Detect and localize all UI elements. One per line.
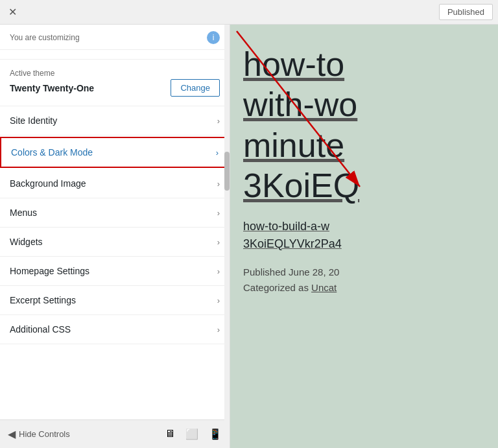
bottom-bar: ◀ Hide Controls 🖥 ⬜ 📱: [0, 419, 230, 448]
sub-text-line2: 3KoiEQLYVkr2Pa4: [243, 235, 485, 253]
nav-item-colors-dark-mode[interactable]: Colors & Dark Mode ›: [0, 137, 230, 168]
chevron-right-icon: ›: [217, 237, 220, 247]
preview-meta: Published June 28, 20 Categorized as Unc…: [243, 265, 485, 296]
nav-item-menus[interactable]: Menus ›: [0, 198, 230, 228]
desktop-icon[interactable]: 🖥: [165, 428, 175, 440]
nav-item-label: Menus: [10, 207, 37, 218]
nav-item-additional-css[interactable]: Additional CSS ›: [0, 315, 230, 344]
right-panel: how-to with-wo minute 3KoiEQ how-to-buil…: [230, 25, 498, 448]
close-button[interactable]: ✕: [0, 0, 25, 25]
left-panel: You are customizing i Active theme Twent…: [0, 25, 230, 448]
meta-uncat: Uncat: [311, 282, 337, 293]
chevron-right-icon: ›: [217, 296, 220, 305]
scrollbar-thumb: [224, 152, 230, 191]
change-theme-button[interactable]: Change: [171, 79, 220, 97]
hide-controls-item[interactable]: ◀ Hide Controls: [8, 428, 70, 440]
nav-item-site-identity[interactable]: Site Identity ›: [0, 106, 230, 136]
customizing-header: You are customizing i: [0, 25, 230, 50]
chevron-right-icon: ›: [217, 116, 220, 126]
hide-controls-label: Hide Controls: [19, 429, 70, 439]
heading-line2: with-wo: [243, 84, 485, 124]
heading-line4: 3KoiEQ: [243, 165, 485, 206]
preview-content: how-to with-wo minute 3KoiEQ how-to-buil…: [230, 25, 498, 315]
nav-item-label: Excerpt Settings: [10, 295, 76, 305]
main-layout: You are customizing i Active theme Twent…: [0, 25, 498, 448]
chevron-right-icon: ›: [216, 148, 219, 158]
nav-item-label: Homepage Settings: [10, 266, 89, 276]
nav-item-excerpt-settings[interactable]: Excerpt Settings ›: [0, 286, 230, 315]
chevron-right-icon: ›: [217, 325, 220, 335]
nav-item-homepage-settings[interactable]: Homepage Settings ›: [0, 257, 230, 286]
info-icon[interactable]: i: [207, 31, 220, 44]
active-theme-name: Twenty Twenty-One: [10, 83, 94, 93]
preview-sub-text: how-to-build-a-w 3KoiEQLYVkr2Pa4: [243, 218, 485, 253]
preview-heading: how-to with-wo minute 3KoiEQ: [243, 44, 485, 206]
panel-scrollbar[interactable]: [224, 25, 230, 448]
chevron-right-icon: ›: [217, 179, 220, 189]
meta-line2: Categorized as Uncat: [243, 280, 485, 296]
bottom-bar-right: 🖥 ⬜ 📱: [165, 428, 222, 440]
nav-item-label: Widgets: [10, 237, 43, 247]
heading-line1: how-to: [243, 44, 485, 84]
nav-item-background-image[interactable]: Background Image ›: [0, 169, 230, 198]
top-bar: ✕ Published: [0, 0, 498, 25]
active-theme-row: Twenty Twenty-One Change: [10, 79, 220, 97]
nav-list: Site Identity › Colors & Dark Mode › Bac…: [0, 106, 230, 419]
published-button[interactable]: Published: [439, 4, 493, 20]
nav-item-label: Colors & Dark Mode: [11, 147, 93, 158]
nav-item-widgets[interactable]: Widgets ›: [0, 228, 230, 257]
active-theme-section: Active theme Twenty Twenty-One Change: [0, 60, 230, 106]
mobile-icon[interactable]: 📱: [209, 428, 222, 440]
nav-item-label: Background Image: [10, 178, 86, 189]
customizing-sub: [0, 50, 230, 60]
nav-item-label: Site Identity: [10, 115, 57, 126]
customizing-label: You are customizing: [10, 33, 80, 42]
chevron-right-icon: ›: [217, 208, 220, 218]
heading-line3: minute: [243, 125, 485, 165]
active-theme-label: Active theme: [10, 69, 220, 78]
tablet-icon[interactable]: ⬜: [185, 428, 198, 440]
meta-line1: Published June 28, 20: [243, 265, 485, 280]
hide-controls-icon: ◀: [8, 428, 16, 440]
chevron-right-icon: ›: [217, 266, 220, 276]
nav-item-label: Additional CSS: [10, 324, 71, 335]
sub-text-line1: how-to-build-a-w: [243, 218, 485, 235]
